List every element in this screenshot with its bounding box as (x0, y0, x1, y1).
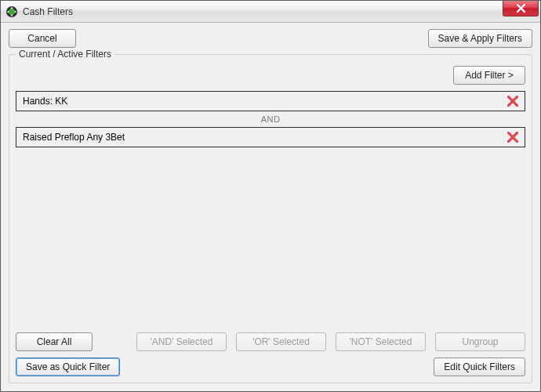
window: Cash Filters Cancel Save & Apply Filters… (0, 0, 541, 392)
remove-filter-icon[interactable] (506, 94, 520, 108)
svg-point-1 (9, 8, 16, 15)
not-selected-button[interactable]: 'NOT' Selected (336, 332, 426, 351)
save-quick-filter-button[interactable]: Save as Quick Filter (16, 358, 120, 376)
active-filters-group: Current / Active Filters Add Filter > Ha… (9, 54, 532, 383)
dialog-body: Cancel Save & Apply Filters Current / Ac… (1, 23, 540, 391)
clear-all-button[interactable]: Clear All (16, 332, 93, 351)
remove-filter-icon[interactable] (506, 130, 520, 144)
save-apply-button[interactable]: Save & Apply Filters (428, 29, 532, 48)
close-button[interactable] (503, 1, 539, 16)
quickfilter-row: Save as Quick Filter Edit Quick Filters (16, 358, 525, 376)
app-icon (5, 5, 18, 18)
window-title: Cash Filters (23, 6, 73, 17)
top-button-row: Cancel Save & Apply Filters (9, 29, 532, 48)
ungroup-button[interactable]: Ungroup (435, 332, 525, 351)
filters-list: Hands: KK AND Raised Preflop Any 3Bet (16, 91, 525, 326)
group-legend: Current / Active Filters (16, 49, 114, 60)
and-selected-button[interactable]: 'AND' Selected (136, 332, 227, 351)
add-filter-row: Add Filter > (16, 66, 525, 85)
filter-item[interactable]: Raised Preflop Any 3Bet (16, 127, 525, 147)
titlebar: Cash Filters (1, 1, 540, 23)
selection-ops-row: Clear All 'AND' Selected 'OR' Selected '… (16, 332, 525, 351)
svg-point-3 (11, 14, 13, 16)
filter-item[interactable]: Hands: KK (16, 91, 525, 111)
edit-quick-filters-button[interactable]: Edit Quick Filters (434, 358, 525, 376)
svg-point-4 (7, 10, 9, 12)
filter-label: Hands: KK (23, 96, 67, 107)
svg-point-5 (15, 10, 16, 12)
cancel-button[interactable]: Cancel (9, 29, 76, 48)
add-filter-button[interactable]: Add Filter > (453, 66, 525, 85)
group-buttons: 'AND' Selected 'OR' Selected 'NOT' Selec… (108, 332, 525, 351)
or-selected-button[interactable]: 'OR' Selected (236, 332, 326, 351)
group-bottom: Clear All 'AND' Selected 'OR' Selected '… (16, 332, 525, 376)
svg-point-2 (11, 7, 13, 9)
connector-and: AND (16, 111, 525, 127)
filter-label: Raised Preflop Any 3Bet (23, 132, 125, 143)
